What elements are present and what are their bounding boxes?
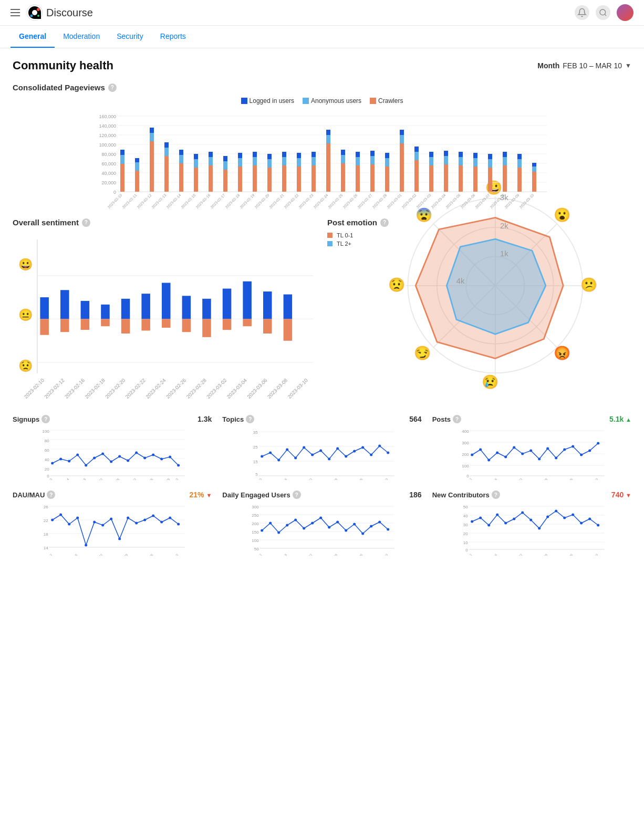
svg-text:60: 60 xyxy=(45,448,49,453)
svg-point-295 xyxy=(513,446,515,449)
svg-text:2023-02-16: 2023-02-16 xyxy=(484,477,497,480)
new-contributors-help[interactable]: ? xyxy=(492,491,500,499)
svg-point-273 xyxy=(387,452,389,454)
svg-text:15: 15 xyxy=(253,460,258,464)
svg-rect-60 xyxy=(282,152,286,157)
new-contributors-trend-icon: ▼ xyxy=(626,492,631,498)
svg-rect-77 xyxy=(370,156,375,164)
svg-text:2023-02-16: 2023-02-16 xyxy=(195,193,211,208)
consolidated-pageviews-section: Consolidated Pageviews ? Logged in users… xyxy=(13,83,631,203)
svg-text:40,000: 40,000 xyxy=(101,171,116,176)
legend-color-crawlers xyxy=(370,98,376,104)
search-icon[interactable] xyxy=(596,5,610,20)
svg-text:2023-02-28: 2023-02-28 xyxy=(534,477,548,480)
svg-text:2023-02-18: 2023-02-18 xyxy=(224,193,240,208)
consolidated-pageviews-help[interactable]: ? xyxy=(108,84,117,92)
svg-text:2023-02-17: 2023-02-17 xyxy=(210,193,225,208)
posts-title: Posts ? xyxy=(432,415,461,423)
posts-header: Posts ? 5.1k ▲ xyxy=(432,415,631,423)
tab-moderation[interactable]: Moderation xyxy=(55,26,108,48)
svg-text:2023-03-06: 2023-03-06 xyxy=(559,477,573,480)
tab-security[interactable]: Security xyxy=(108,26,152,48)
svg-point-3 xyxy=(30,15,33,17)
svg-text:0: 0 xyxy=(47,474,49,478)
discourse-logo-icon xyxy=(26,4,43,21)
svg-text:0: 0 xyxy=(465,548,468,552)
signups-help[interactable]: ? xyxy=(41,415,50,423)
dau-mau-help[interactable]: ? xyxy=(47,491,55,499)
posts-help[interactable]: ? xyxy=(453,415,461,423)
dau-mau-trend-icon: ▼ xyxy=(206,492,212,498)
legend-logged-in: Logged in users xyxy=(241,97,294,105)
svg-point-363 xyxy=(336,521,339,524)
svg-text:😀: 😀 xyxy=(18,257,33,272)
svg-point-270 xyxy=(361,446,364,449)
date-range-dropdown-icon[interactable]: ▼ xyxy=(625,62,631,69)
svg-rect-63 xyxy=(297,153,301,158)
svg-point-321 xyxy=(59,514,62,516)
new-contributors-title: New Contributors ? xyxy=(432,491,500,499)
consolidated-pageviews-title: Consolidated Pageviews ? xyxy=(13,83,631,92)
svg-rect-172 xyxy=(263,319,272,333)
svg-point-2 xyxy=(37,8,40,11)
signups-header: Signups ? 1.3k xyxy=(13,415,212,423)
svg-rect-76 xyxy=(370,164,375,192)
svg-text:2023-02-22: 2023-02-22 xyxy=(124,377,147,399)
topics-card: Topics ? 564 35 25 15 5 xyxy=(222,415,421,480)
date-range-selector[interactable]: Month FEB 10 – MAR 10 ▼ xyxy=(537,61,631,70)
svg-text:100: 100 xyxy=(252,538,259,543)
svg-rect-169 xyxy=(202,319,211,337)
svg-text:2023-02-26: 2023-02-26 xyxy=(106,477,120,480)
emotion-legend-tl01: TL 0-1 xyxy=(327,232,353,238)
pageviews-chart-svg: 160,000 140,000 120,000 100,000 80,000 6… xyxy=(13,109,631,208)
svg-text:😨: 😨 xyxy=(416,207,433,223)
svg-text:80: 80 xyxy=(45,439,49,443)
svg-point-305 xyxy=(597,442,599,445)
logo[interactable]: Discourse xyxy=(26,4,93,21)
svg-text:2023-03-10: 2023-03-10 xyxy=(286,377,309,399)
svg-rect-67 xyxy=(326,143,330,192)
tab-reports[interactable]: Reports xyxy=(152,26,194,48)
svg-point-357 xyxy=(286,524,288,527)
svg-text:2023-02-15: 2023-02-15 xyxy=(180,193,196,208)
svg-text:2023-02-28: 2023-02-28 xyxy=(325,553,338,556)
tab-general[interactable]: General xyxy=(11,26,55,48)
svg-point-237 xyxy=(152,454,154,456)
svg-rect-51 xyxy=(238,153,242,158)
svg-point-226 xyxy=(59,458,62,461)
svg-rect-86 xyxy=(414,152,419,160)
svg-text:50: 50 xyxy=(254,547,259,551)
svg-text:2023-02-19: 2023-02-19 xyxy=(239,193,255,208)
svg-rect-98 xyxy=(473,158,477,166)
svg-text:2023-02-28: 2023-02-28 xyxy=(115,553,128,556)
svg-text:25: 25 xyxy=(253,445,258,450)
svg-text:2023-02-14: 2023-02-14 xyxy=(56,477,69,480)
sentiment-help[interactable]: ? xyxy=(82,218,90,227)
notifications-icon[interactable] xyxy=(575,5,589,20)
svg-rect-111 xyxy=(532,163,536,166)
svg-point-293 xyxy=(496,452,498,454)
svg-point-355 xyxy=(269,522,272,525)
svg-point-393 xyxy=(513,518,515,520)
svg-text:26: 26 xyxy=(44,505,48,509)
svg-point-239 xyxy=(169,456,171,458)
svg-point-259 xyxy=(269,452,272,454)
topics-help[interactable]: ? xyxy=(246,415,254,423)
svg-text:300: 300 xyxy=(462,441,469,445)
svg-text:2023-02-10: 2023-02-10 xyxy=(23,377,45,399)
svg-point-327 xyxy=(110,518,112,520)
user-avatar[interactable] xyxy=(617,4,633,21)
svg-rect-159 xyxy=(263,291,272,319)
svg-text:22: 22 xyxy=(44,518,48,523)
dau-mau-value: 21% ▼ xyxy=(190,491,212,499)
hamburger-menu[interactable] xyxy=(11,9,20,16)
svg-text:😏: 😏 xyxy=(414,345,431,361)
app-header: Discourse xyxy=(0,0,644,26)
svg-text:20: 20 xyxy=(45,467,49,472)
topics-title: Topics ? xyxy=(222,415,254,423)
daily-engaged-help[interactable]: ? xyxy=(293,491,301,499)
svg-point-403 xyxy=(597,524,599,527)
svg-rect-43 xyxy=(209,165,213,192)
svg-rect-45 xyxy=(209,152,213,157)
svg-rect-46 xyxy=(223,170,227,192)
